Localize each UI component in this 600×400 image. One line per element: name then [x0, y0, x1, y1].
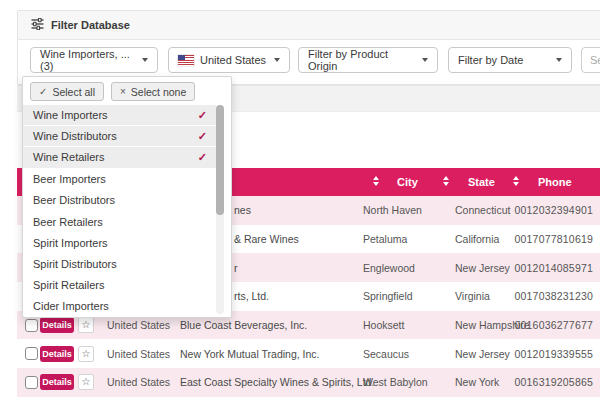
us-flag-icon — [178, 55, 194, 66]
country-filter-select[interactable]: United States — [168, 47, 290, 73]
row-phone: 0012032394901 — [514, 196, 593, 225]
row-city: West Babylon — [363, 368, 428, 397]
dropdown-option[interactable]: Spirit Retailers ✓ — [23, 275, 216, 296]
row-company-name: r — [234, 253, 238, 282]
row-checkbox[interactable] — [25, 319, 38, 332]
dropdown-option-list: Wine Importers ✓ Wine Distributors ✓ Win… — [23, 105, 216, 317]
row-company-name: New York Mutual Trading, Inc. — [180, 339, 320, 368]
row-phone: 0016319205865 — [514, 368, 593, 397]
details-button[interactable]: Details — [40, 346, 74, 362]
dropdown-option[interactable]: Beer Distributors ✓ — [23, 190, 216, 211]
row-company-name: nes — [234, 196, 251, 225]
column-header-phone: Phone — [538, 168, 572, 196]
sort-city-icon[interactable] — [443, 176, 449, 186]
app-window: Filter Database Wine Importers, ... (3) … — [0, 0, 600, 400]
dropdown-option-label: Spirit Distributors — [33, 258, 117, 270]
row-country: United States — [107, 368, 170, 397]
dropdown-option[interactable]: Spirit Importers ✓ — [23, 232, 216, 253]
dropdown-option-label: Beer Distributors — [33, 194, 115, 206]
dropdown-actions: ✓ Select all × Select none — [23, 77, 231, 101]
row-phone: 0012014085971 — [514, 253, 593, 282]
dropdown-option-label: Beer Importers — [33, 173, 106, 185]
selected-check-icon: ✓ — [198, 151, 207, 164]
row-state: New Jersey — [455, 253, 510, 282]
product-origin-filter-select[interactable]: Filter by Product Origin — [298, 47, 438, 73]
dropdown-option-label: Spirit Importers — [33, 237, 108, 249]
row-city: Englewood — [363, 253, 415, 282]
chevron-down-icon — [556, 58, 562, 62]
select-all-button[interactable]: ✓ Select all — [30, 82, 104, 101]
sort-name-icon[interactable] — [373, 176, 379, 186]
row-company-name: East Coast Specialty Wines & Spirits, Lt… — [180, 368, 374, 397]
row-company-name: & Rare Wines — [234, 225, 299, 254]
row-state: Virginia — [455, 282, 490, 311]
row-state: California — [455, 225, 499, 254]
category-filter-value: Wine Importers, ... (3) — [40, 48, 136, 72]
table-row: Details ☆ United States New York Mutual … — [17, 339, 600, 368]
page-title: Filter Database — [51, 19, 130, 31]
dropdown-option[interactable]: Wine Importers ✓ — [23, 105, 216, 126]
selected-check-icon: ✓ — [198, 130, 207, 143]
favorite-star-button[interactable]: ☆ — [78, 317, 94, 333]
column-header-state: State — [468, 168, 495, 196]
dropdown-scrollbar-thumb[interactable] — [216, 105, 224, 215]
row-checkbox[interactable] — [25, 376, 38, 389]
dropdown-option[interactable]: Cider Importers ✓ — [23, 296, 216, 317]
row-city: Springfield — [363, 282, 413, 311]
check-icon: ✓ — [39, 86, 47, 97]
sliders-filter-icon — [31, 16, 44, 34]
row-phone: 0017077810619 — [514, 225, 593, 254]
dropdown-option-label: Wine Importers — [33, 109, 108, 121]
row-phone: 0016036277677 — [514, 311, 593, 340]
row-state: New York — [455, 368, 499, 397]
dropdown-option[interactable]: Beer Importers ✓ — [23, 169, 216, 190]
row-state: Connecticut — [455, 196, 510, 225]
dropdown-option[interactable]: Wine Retailers ✓ — [23, 147, 216, 168]
cross-icon: × — [120, 86, 126, 97]
product-origin-filter-value: Filter by Product Origin — [308, 48, 416, 72]
star-icon: ☆ — [82, 377, 91, 387]
category-filter-select[interactable]: Wine Importers, ... (3) — [30, 47, 158, 73]
row-state: New Jersey — [455, 339, 510, 368]
favorite-star-button[interactable]: ☆ — [78, 374, 94, 390]
row-company-name: rts, Ltd. — [234, 282, 269, 311]
details-button[interactable]: Details — [40, 317, 74, 333]
selected-check-icon: ✓ — [198, 109, 207, 122]
row-phone: 0012019339555 — [514, 339, 593, 368]
row-city: Secaucus — [363, 339, 409, 368]
filter-card-header: Filter Database — [18, 11, 600, 40]
favorite-star-button[interactable]: ☆ — [78, 346, 94, 362]
dropdown-option-label: Wine Distributors — [33, 130, 117, 142]
dropdown-option-label: Beer Retailers — [33, 216, 103, 228]
dropdown-option[interactable]: Spirit Distributors ✓ — [23, 253, 216, 274]
row-city: Petaluma — [363, 225, 407, 254]
star-icon: ☆ — [82, 349, 91, 359]
chevron-down-icon — [142, 58, 148, 62]
row-phone: 0017038231230 — [514, 282, 593, 311]
star-icon: ☆ — [82, 320, 91, 330]
date-filter-value: Filter by Date — [458, 54, 523, 66]
dropdown-option-label: Cider Importers — [33, 300, 109, 312]
table-row: Details ☆ United States East Coast Speci… — [17, 368, 600, 397]
date-filter-select[interactable]: Filter by Date — [448, 47, 572, 73]
chevron-down-icon — [274, 58, 280, 62]
dropdown-option-label: Wine Retailers — [33, 151, 105, 163]
dropdown-option[interactable]: Beer Retailers ✓ — [23, 211, 216, 232]
column-header-city: City — [397, 168, 418, 196]
details-button[interactable]: Details — [40, 374, 74, 390]
category-dropdown-panel: ✓ Select all × Select none Wine Importer… — [22, 76, 232, 318]
search-input[interactable] — [581, 47, 600, 73]
row-city: North Haven — [363, 196, 422, 225]
chevron-down-icon — [422, 58, 428, 62]
dropdown-option-label: Spirit Retailers — [33, 279, 105, 291]
country-filter-value: United States — [200, 54, 266, 66]
row-city: Hooksett — [363, 311, 404, 340]
dropdown-option[interactable]: Wine Distributors ✓ — [23, 126, 216, 147]
select-none-button[interactable]: × Select none — [111, 82, 195, 101]
row-checkbox[interactable] — [25, 347, 38, 360]
sort-state-icon[interactable] — [513, 176, 519, 186]
row-country: United States — [107, 339, 170, 368]
